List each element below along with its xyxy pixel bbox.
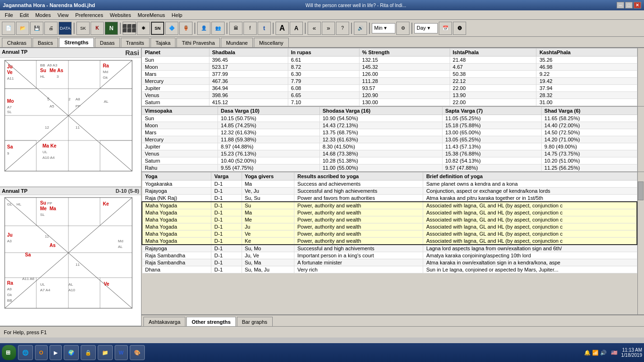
taskbar-app-ie[interactable]: 🌐: [18, 345, 33, 360]
toolbar-settings[interactable]: ⚙: [396, 22, 410, 35]
varga-scrollbar[interactable]: [637, 107, 644, 172]
close-button[interactable]: ✕: [634, 2, 641, 8]
taskbar-app-word[interactable]: W: [115, 345, 128, 360]
strengths-cell-5-3: 120.90: [359, 92, 450, 99]
yoga-cell-12-4: Sun in Le lagna, conjoined or aspected b…: [423, 266, 637, 273]
toolbar-custom[interactable]: 🅢: [453, 22, 466, 35]
toolbar-btn13[interactable]: t: [258, 22, 271, 35]
toolbar-prev-prev[interactable]: «: [308, 22, 321, 35]
taskbar-app-security[interactable]: 🔒: [81, 345, 96, 360]
tab-strengths[interactable]: Strengths: [59, 38, 93, 47]
toolbar-btn7[interactable]: 🔷: [165, 22, 178, 35]
yoga-cell-1-1: D-1: [211, 188, 242, 195]
varga-cell-3-3: 13.05 (65.25%): [442, 136, 541, 143]
outlook-icon: O: [39, 350, 43, 355]
taskbar-app-folder[interactable]: 📁: [98, 345, 113, 360]
toolbar-font-small[interactable]: A: [290, 22, 303, 35]
svg-text:As: As: [50, 243, 56, 248]
strengths-cell-4-0: Jupiter: [142, 85, 209, 92]
window-controls: ─ □ ✕: [617, 2, 641, 8]
col-varga: Varga: [211, 173, 242, 181]
svg-text:Su: Su: [40, 68, 46, 73]
yoga-row: RajayogaD-1Su, MoSuccessful and high ach…: [142, 245, 637, 252]
menu-edit[interactable]: Edit: [17, 12, 32, 18]
toolbar-dropdown-min[interactable]: Min ▾: [372, 23, 395, 33]
tab-miscellany[interactable]: Miscellany: [254, 38, 288, 47]
toolbar-btn10[interactable]: 👥: [211, 22, 225, 35]
varga-cell-1-4: 14.40 (72.00%): [541, 122, 637, 129]
taskbar-app-paint[interactable]: 🎨: [130, 345, 145, 360]
strengths-cell-1-5: 46.98: [536, 64, 637, 71]
toolbar-btn12[interactable]: f: [243, 22, 257, 35]
taskbar-app-outlook[interactable]: O: [35, 345, 48, 360]
svg-text:A11: A11: [7, 76, 14, 81]
tab-chakras[interactable]: Chakras: [2, 38, 32, 47]
tab-other-strengths[interactable]: Other strengths: [186, 317, 236, 326]
varga-cell-0-4: 11.65 (58.25%): [541, 115, 637, 122]
menu-view[interactable]: View: [55, 12, 72, 18]
toolbar-btn5[interactable]: ✱: [137, 22, 150, 35]
toolbar-audio[interactable]: 🔊: [354, 22, 367, 35]
toolbar-btn8[interactable]: 🏺: [179, 22, 192, 35]
col-sapta-varga: Sapta Varga (7): [442, 107, 541, 115]
start-button[interactable]: ⊞: [2, 345, 16, 360]
varga-cell-0-0: Sun: [142, 115, 218, 122]
taskbar-app-chrome[interactable]: 🌍: [64, 345, 79, 360]
toolbar-open[interactable]: 📂: [16, 22, 29, 35]
toolbar-save[interactable]: 💾: [30, 22, 43, 35]
toolbar-btn1[interactable]: SK: [76, 22, 90, 35]
chart-section-bottom: Annual TP D-10 (5-8): [0, 187, 141, 326]
menu-preferences[interactable]: Preferences: [72, 12, 106, 18]
tab-basics[interactable]: Basics: [33, 38, 58, 47]
menu-help[interactable]: Help: [169, 12, 185, 18]
tab-mundane[interactable]: Mundane: [221, 38, 253, 47]
toolbar-new[interactable]: 📄: [2, 22, 15, 35]
strengths-cell-6-5: 31.00: [536, 99, 637, 106]
menu-modes[interactable]: Modes: [33, 12, 54, 18]
varga-row: Moon14.85 (74.25%)14.43 (72.13%)15.18 (7…: [142, 122, 637, 129]
toolbar-btn3[interactable]: N: [105, 22, 118, 35]
yoga-row: Maha YogadaD-1MaPower, authority and wea…: [142, 209, 637, 216]
varga-cell-2-1: 12.32 (61.63%): [218, 129, 320, 136]
clock-time: 11:13 AM: [622, 347, 642, 353]
yoga-cell-4-4: Associated with lagna, GL and HL (by asp…: [423, 209, 637, 216]
varga-cell-2-3: 13.00 (65.00%): [442, 129, 541, 136]
folder-icon: 📁: [102, 350, 109, 356]
svg-text:A7  A4: A7 A4: [40, 288, 50, 292]
tab-transits[interactable]: Transits: [121, 38, 150, 47]
svg-text:Ke: Ke: [103, 201, 109, 206]
yoga-cell-11-0: Raja Sambandha: [142, 259, 211, 266]
toolbar-print[interactable]: 🖨: [44, 22, 58, 35]
menu-moremenus[interactable]: MoreMenus: [135, 12, 168, 18]
strengths-cell-3-0: Mercury: [142, 78, 209, 85]
menu-file[interactable]: File: [2, 12, 16, 18]
toolbar-chart[interactable]: DATA: [59, 22, 72, 35]
strengths-cell-4-3: 93.57: [359, 85, 450, 92]
toolbar-btn9[interactable]: 👤: [197, 22, 210, 35]
toolbar-font-big[interactable]: A: [276, 22, 289, 35]
tab-tajaka[interactable]: Tajaka: [151, 38, 176, 47]
col-yoga: Yoga: [142, 173, 211, 181]
maximize-button[interactable]: □: [625, 2, 633, 8]
toolbar-prev[interactable]: »: [322, 22, 335, 35]
svg-text:Ra: Ra: [103, 63, 109, 68]
tab-dasas[interactable]: Dasas: [95, 38, 120, 47]
menu-websites[interactable]: Websites: [107, 12, 134, 18]
tab-tithi[interactable]: Tithi Pravesha: [176, 38, 220, 47]
tab-bar-graphs[interactable]: Bar graphs: [237, 317, 273, 326]
tab-ashtakavarga[interactable]: Ashtakavarga: [143, 317, 185, 326]
toolbar-btn2[interactable]: K: [91, 22, 104, 35]
toolbar-btn4[interactable]: ⬛⬛⬛⬛⬛⬛: [123, 22, 136, 35]
yoga-scrollbar[interactable]: [637, 172, 644, 314]
svg-text:11: 11: [75, 263, 80, 267]
toolbar-help[interactable]: ?: [336, 22, 349, 35]
toolbar-calendar[interactable]: 📅: [439, 22, 452, 35]
toolbar-btn6[interactable]: SN: [151, 22, 164, 35]
toolbar-btn11[interactable]: 🏛: [229, 22, 243, 35]
minimize-button[interactable]: ─: [617, 2, 624, 8]
strengths-scrollbar[interactable]: [637, 48, 644, 106]
toolbar-dropdown-day[interactable]: Day ▾: [414, 23, 438, 33]
yoga-cell-9-3: Successful and high achivements: [294, 245, 423, 252]
taskbar-app-media[interactable]: ▶: [50, 345, 62, 360]
svg-text:HL: HL: [17, 202, 22, 206]
